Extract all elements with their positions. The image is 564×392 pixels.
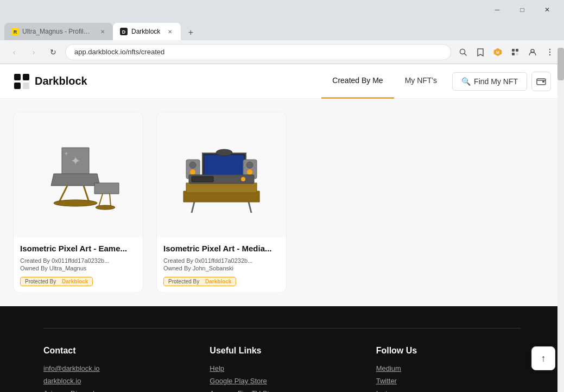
- svg-text:R: R: [13, 29, 17, 35]
- svg-point-29: [54, 200, 97, 206]
- back-button[interactable]: ‹: [7, 45, 22, 60]
- svg-line-35: [192, 202, 194, 213]
- tab-created-by-me[interactable]: Created By Me: [321, 64, 394, 99]
- discord-link[interactable]: Join our Discord: [43, 389, 188, 392]
- svg-line-36: [249, 202, 251, 213]
- menu-icon[interactable]: [542, 45, 557, 60]
- page-header: Darkblock Created By Me My NFT's 🔍 Find …: [0, 64, 564, 99]
- twitter-link[interactable]: Twitter: [376, 377, 521, 385]
- svg-rect-11: [516, 53, 518, 55]
- website-link[interactable]: darkblock.io: [43, 377, 188, 385]
- nft-image-2: [157, 112, 286, 237]
- nft-info-1: Isometric Pixel Art - Eame... Created By…: [14, 237, 143, 293]
- rarible-favicon: R: [11, 27, 19, 36]
- browser-tab-rarible[interactable]: R Ultra_Magnus - Profile | Rarible ✕: [4, 23, 113, 40]
- svg-line-31: [110, 194, 111, 206]
- scrollbar-track: [557, 48, 564, 392]
- nft-card-2[interactable]: Isometric Pixel Art - Media... Created B…: [156, 112, 287, 293]
- tab-title-rarible: Ultra_Magnus - Profile | Rarible: [22, 28, 93, 35]
- extensions-icon[interactable]: [508, 45, 523, 60]
- metamask-icon[interactable]: M: [490, 45, 505, 60]
- google-play-link[interactable]: Google Play Store: [210, 377, 354, 385]
- address-bar[interactable]: [65, 44, 451, 60]
- svg-text:M: M: [496, 50, 499, 54]
- new-tab-button[interactable]: +: [183, 25, 198, 40]
- minimize-button[interactable]: ─: [485, 0, 510, 20]
- footer-divider: [43, 328, 521, 328]
- svg-rect-8: [512, 49, 515, 52]
- nft-title-1: Isometric Pixel Art - Eame...: [20, 244, 136, 253]
- svg-point-13: [549, 48, 550, 49]
- nft-title-2: Isometric Pixel Art - Media...: [163, 244, 280, 253]
- wallet-button[interactable]: [531, 72, 551, 91]
- svg-rect-34: [186, 183, 257, 193]
- svg-point-32: [96, 205, 115, 210]
- tab-close-rarible[interactable]: ✕: [98, 27, 106, 36]
- svg-point-39: [216, 149, 232, 156]
- scroll-top-button[interactable]: ↑: [531, 346, 555, 370]
- nft-image-1: ✦ ✦: [14, 112, 143, 237]
- forward-button[interactable]: ›: [26, 45, 41, 60]
- svg-point-14: [549, 51, 550, 52]
- find-nft-icon: 🔍: [461, 77, 471, 86]
- nft-created-2: Created By 0x011ffdd17a0232b...: [163, 257, 280, 264]
- help-link[interactable]: Help: [210, 364, 354, 372]
- nft-card-1[interactable]: ✦ ✦: [13, 112, 143, 293]
- svg-point-41: [189, 162, 196, 168]
- svg-rect-16: [14, 74, 21, 80]
- close-window-button[interactable]: ✕: [535, 0, 560, 20]
- darkblock-favicon: D: [119, 27, 128, 36]
- svg-point-42: [190, 169, 195, 175]
- logo[interactable]: Darkblock: [13, 73, 87, 90]
- contact-heading: Contact: [43, 346, 188, 356]
- svg-line-5: [465, 53, 467, 55]
- svg-text:✦: ✦: [64, 150, 69, 157]
- tab-my-nfts[interactable]: My NFT's: [394, 64, 448, 99]
- footer-columns: Contact info@darkblock.io darkblock.io J…: [43, 346, 521, 392]
- email-link[interactable]: info@darkblock.io: [43, 364, 188, 372]
- nft-owned-2: Owned By John_Sobanski: [163, 265, 280, 271]
- svg-rect-17: [23, 74, 29, 80]
- svg-rect-21: [542, 81, 544, 83]
- tab-close-darkblock[interactable]: ✕: [166, 27, 174, 36]
- svg-line-30: [99, 194, 103, 206]
- nft-owned-1: Owned By Ultra_Magnus: [20, 265, 136, 271]
- nft-grid: ✦ ✦: [0, 99, 564, 306]
- svg-line-27: [59, 186, 67, 202]
- reload-button[interactable]: ↻: [46, 45, 61, 60]
- profile-icon[interactable]: [525, 45, 540, 60]
- maximize-button[interactable]: □: [510, 0, 535, 20]
- logo-icon: [13, 73, 30, 90]
- svg-rect-18: [14, 83, 21, 89]
- svg-rect-19: [23, 83, 29, 89]
- svg-text:✦: ✦: [71, 154, 80, 168]
- footer-contact: Contact info@darkblock.io darkblock.io J…: [43, 346, 188, 392]
- nft-created-1: Created By 0x011ffdd17a0232b...: [20, 257, 136, 264]
- browser-tab-darkblock[interactable]: D Darkblock ✕: [113, 23, 181, 40]
- svg-point-45: [247, 169, 252, 175]
- search-icon[interactable]: [455, 45, 471, 60]
- protected-badge-2: Protected By Darkblock: [163, 277, 236, 286]
- instagram-link[interactable]: Instagram: [376, 389, 521, 392]
- svg-point-48: [241, 177, 245, 181]
- find-my-nft-button[interactable]: 🔍 Find My NFT: [452, 72, 527, 91]
- svg-point-44: [246, 162, 253, 168]
- svg-rect-10: [512, 53, 515, 55]
- amazon-link[interactable]: Amazon Fire TV Store: [210, 389, 354, 392]
- svg-rect-9: [516, 49, 518, 52]
- nft-info-2: Isometric Pixel Art - Media... Created B…: [157, 237, 286, 293]
- svg-marker-26: [94, 183, 119, 194]
- scrollbar-thumb[interactable]: [557, 48, 564, 80]
- svg-line-28: [84, 186, 89, 202]
- medium-link[interactable]: Medium: [376, 364, 521, 372]
- tab-title-darkblock: Darkblock: [131, 28, 160, 35]
- follow-us-heading: Follow Us: [376, 346, 521, 356]
- logo-text: Darkblock: [35, 75, 87, 87]
- svg-marker-25: [51, 174, 100, 186]
- svg-text:D: D: [122, 29, 126, 35]
- useful-links-heading: Useful Links: [210, 346, 354, 356]
- header-nav: Created By Me My NFT's 🔍 Find My NFT: [321, 64, 551, 99]
- svg-point-15: [549, 54, 550, 55]
- footer: Contact info@darkblock.io darkblock.io J…: [0, 306, 564, 392]
- bookmark-icon[interactable]: [473, 45, 488, 60]
